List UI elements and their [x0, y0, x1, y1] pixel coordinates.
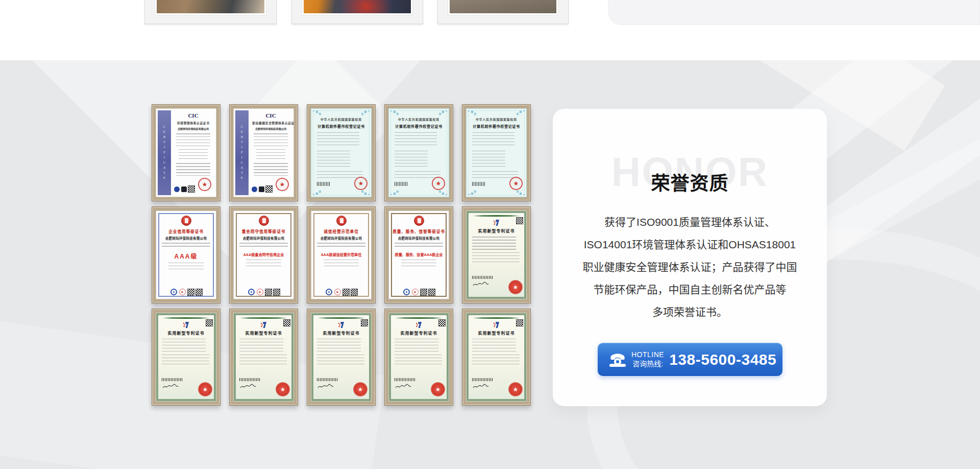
text-lines-decoration [246, 260, 281, 267]
corner-flourish [468, 189, 476, 195]
corner-flourish [439, 110, 447, 116]
project-photo-card[interactable] [291, 0, 423, 24]
certificate-thumbnail[interactable]: 企业信用等级证书合肥珂玛环保科技有限公司AAA级★ [152, 206, 220, 303]
certificate-paper: 实用新型专利证书★ [466, 210, 527, 299]
ornament-line [473, 317, 520, 319]
certificate-title: 质量、服务、信誉等级证书 [391, 228, 446, 234]
qr-code [206, 320, 212, 326]
phone-icon [608, 351, 627, 368]
signature-scribble [317, 383, 334, 392]
certificate-thumbnail[interactable]: CERTIFICATECIC职业健康安全管理体系认证证书合肥珂玛环保科技有限公司… [229, 104, 298, 201]
red-star-seal: ★ [509, 177, 523, 190]
red-star-seal: ★ [179, 289, 186, 295]
text-lines-decoration [472, 237, 516, 250]
certificate-title: 计算机软件著作权登记证书 [312, 123, 370, 128]
red-seal: ★ [276, 178, 289, 191]
credit-grade: 质量、服务、信誉AAA级企业 [390, 251, 448, 256]
certificate-thumbnail[interactable]: 实用新型专利证书★ [229, 309, 298, 406]
signature-scribble [395, 383, 412, 392]
text-lines-decoration [162, 339, 206, 352]
certificate-thumbnail[interactable]: 中华人民共和国国家版权局计算机软件著作权登记证书★ [384, 104, 453, 201]
seal-row: ★ [388, 289, 449, 295]
certificate-thumbnail[interactable]: 实用新型专利证书★ [462, 206, 531, 303]
round-logo-mark [170, 289, 177, 295]
signature-scribble [239, 383, 257, 392]
certificate-body: CIC环境管理体系认证证书合肥珂玛环保科技有限公司★ [173, 112, 213, 194]
qr-code [188, 186, 194, 192]
text-lines-decoration [472, 151, 505, 168]
description-line: 获得了ISO9001质量管理体系认证、 [604, 216, 775, 228]
certificate-thumbnail[interactable]: 重合同守信用等级证书合肥珂玛环保科技有限公司AAA级重合同守信用企业★ [229, 206, 298, 303]
cnipa-logo-icon [337, 321, 346, 329]
text-lines-decoration [317, 132, 359, 148]
text-lines-decoration [472, 252, 520, 264]
barcode [472, 276, 494, 279]
round-logo-mark [403, 289, 410, 295]
certificate-paper: 实用新型专利证书★ [311, 313, 372, 402]
qr-code [361, 320, 368, 326]
description-line: 职业健康安全管理体系认证；产品获得了中国 [583, 261, 797, 273]
certificate-thumbnail[interactable]: 质量、服务、信誉等级证书合肥珂玛环保科技有限公司质量、服务、信誉AAA级企业★ [384, 206, 453, 303]
text-lines-decoration [239, 355, 287, 366]
credit-emblem [336, 216, 347, 226]
text-lines-decoration [254, 163, 288, 178]
certificate-thumbnail[interactable]: 中华人民共和国国家版权局计算机软件著作权登记证书★ [307, 104, 376, 201]
certificate-thumbnail[interactable]: 中华人民共和国国家版权局计算机软件著作权登记证书★ [462, 104, 531, 201]
certifier-logo-text: CIC [173, 112, 213, 119]
text-lines-decoration [395, 355, 442, 366]
certificate-title: 实用新型专利证书 [156, 330, 216, 336]
barcode [317, 182, 330, 186]
certificate-company: 合肥珂玛环保科技有限公司 [313, 236, 369, 240]
red-star-seal: ★ [257, 289, 263, 295]
certificate-paper: 诚信经营示范单位合肥珂玛环保科技有限公司AAA级诚信经营示范单位★ [311, 210, 372, 299]
cnipa-logo-icon [182, 321, 190, 329]
project-photo-card[interactable] [144, 0, 277, 24]
text-lines-decoration [395, 151, 428, 168]
certificate-thumbnail[interactable]: 实用新型专利证书★ [307, 309, 376, 406]
corner-flourish [361, 189, 370, 195]
certificate-side-band: CERTIFICATE [235, 110, 249, 195]
barcode [472, 378, 494, 381]
project-photo-card[interactable] [437, 0, 569, 24]
certificate-thumbnail[interactable]: 实用新型专利证书★ [384, 309, 453, 406]
certificate-title: 环境管理体系认证证书 [175, 120, 212, 125]
red-seal: ★ [431, 382, 445, 396]
concrete-pit-photo [450, 0, 556, 13]
text-lines-decoration [256, 149, 285, 160]
text-lines-decoration [317, 243, 365, 249]
certificate-paper: CERTIFICATECIC环境管理体系认证证书合肥珂玛环保科技有限公司★ [156, 108, 216, 197]
hotline-button[interactable]: HOTLINE 咨询热线: 138-5600-3485 [598, 343, 782, 376]
qr-code [274, 289, 280, 295]
text-lines-decoration [395, 243, 443, 249]
round-logo-mark [248, 289, 255, 295]
certificate-company: 合肥珂玛环保科技有限公司 [236, 236, 291, 240]
text-lines-decoration [317, 355, 364, 366]
certificate-company: 合肥珂玛环保科技有限公司 [254, 127, 288, 131]
certificate-body: CIC职业健康安全管理体系认证证书合肥珂玛环保科技有限公司★ [251, 112, 291, 194]
credit-emblem [259, 216, 269, 226]
text-lines-decoration [176, 133, 211, 147]
text-lines-decoration [472, 355, 520, 366]
issuing-authority: 中华人民共和国国家版权局 [469, 117, 524, 122]
ornament-line [473, 215, 520, 217]
ornament-line [240, 317, 287, 319]
section-title: 荣誉资质 [553, 168, 827, 196]
certificate-thumbnail[interactable]: CERTIFICATECIC环境管理体系认证证书合肥珂玛环保科技有限公司★ [152, 104, 220, 201]
text-lines-decoration [162, 243, 210, 249]
description-line: ISO14001环境管理体系认证和OHSAS18001 [584, 239, 796, 250]
excavation-site-photo [157, 0, 264, 13]
certificate-thumbnail[interactable]: 诚信经营示范单位合肥珂玛环保科技有限公司AAA级诚信经营示范单位★ [307, 206, 376, 303]
qr-code [429, 289, 435, 295]
certificate-thumbnail[interactable]: 实用新型专利证书★ [152, 309, 220, 406]
qr-code [188, 289, 194, 295]
hotline-label-en: HOTLINE [631, 350, 664, 359]
certificate-paper: 中华人民共和国国家版权局计算机软件著作权登记证书★ [311, 108, 372, 197]
text-lines-decoration [168, 263, 204, 270]
corner-flourish [313, 110, 321, 116]
description-line: 多项荣誉证书。 [652, 306, 727, 318]
certificate-side-band: CERTIFICATE [158, 110, 171, 195]
barcode [395, 378, 416, 381]
signature-scribble [472, 281, 489, 290]
certificate-thumbnail[interactable]: 实用新型专利证书★ [462, 309, 531, 406]
page: CERTIFICATECIC环境管理体系认证证书合肥珂玛环保科技有限公司★CER… [0, 0, 980, 469]
